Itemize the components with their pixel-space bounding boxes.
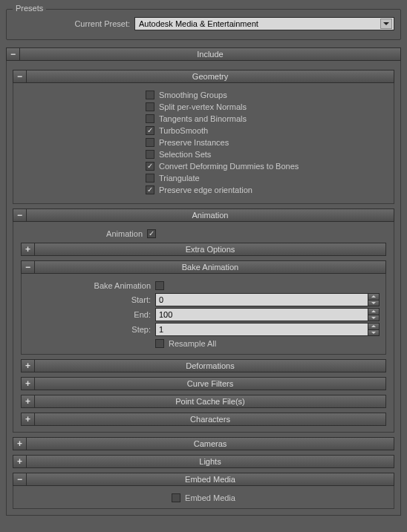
geometry-checkbox-label: Preserve edge orientation <box>159 185 253 194</box>
geometry-checkbox[interactable] <box>146 114 154 123</box>
resample-checkbox[interactable] <box>155 339 164 348</box>
start-spinner[interactable]: 0 <box>155 293 380 306</box>
presets-legend: Presets <box>13 4 46 13</box>
animation-checkbox[interactable] <box>147 229 156 238</box>
characters-title[interactable]: Characters <box>34 413 386 426</box>
embed-toggle[interactable]: − <box>13 473 26 486</box>
embed-body: Embed Media <box>13 486 394 509</box>
embed-media-label: Embed Media <box>185 493 235 502</box>
bake-animation-label: Bake Animation <box>27 281 155 290</box>
geometry-item: TurboSmooth <box>146 126 388 135</box>
extra-options-toggle[interactable]: + <box>21 243 34 256</box>
include-title[interactable]: Include <box>19 47 401 61</box>
geometry-title[interactable]: Geometry <box>26 70 394 83</box>
geometry-checkbox[interactable] <box>146 91 154 99</box>
current-preset-value: Autodesk Media & Entertainment <box>139 19 258 28</box>
lights-title[interactable]: Lights <box>26 455 394 468</box>
embed-title[interactable]: Embed Media <box>26 473 394 486</box>
embed-media-checkbox[interactable] <box>172 493 180 502</box>
geometry-checkbox[interactable] <box>146 126 154 135</box>
geometry-item: Selection Sets <box>146 150 388 159</box>
geometry-checkbox[interactable] <box>146 138 154 147</box>
geometry-item: Triangulate <box>146 174 388 183</box>
geometry-checkbox[interactable] <box>146 150 154 159</box>
end-input[interactable]: 100 <box>155 308 368 321</box>
step-spinner[interactable]: 1 <box>155 323 380 336</box>
geometry-item: Preserve edge orientation <box>146 185 388 194</box>
bake-animation-checkbox[interactable] <box>155 281 164 290</box>
cameras-toggle[interactable]: + <box>13 437 26 450</box>
geometry-checkbox-label: Tangents and Binormals <box>159 114 247 123</box>
step-up-icon[interactable] <box>368 324 379 330</box>
characters-toggle[interactable]: + <box>21 413 34 426</box>
deformations-title[interactable]: Deformations <box>34 359 386 372</box>
dropdown-arrow-icon[interactable] <box>380 19 392 29</box>
end-down-icon[interactable] <box>368 315 379 321</box>
geometry-toggle[interactable]: − <box>13 70 26 83</box>
step-down-icon[interactable] <box>368 330 379 336</box>
end-up-icon[interactable] <box>368 309 379 315</box>
bake-body: Bake Animation Start: 0 End: 100 <box>21 274 386 355</box>
presets-fieldset: Presets Current Preset: Autodesk Media &… <box>6 9 401 40</box>
current-preset-label: Current Preset: <box>13 19 134 28</box>
geometry-checkbox-label: Convert Deforming Dummies to Bones <box>159 162 299 171</box>
geometry-checkbox[interactable] <box>146 102 154 111</box>
extra-options-title[interactable]: Extra Options <box>34 243 386 256</box>
geometry-item: Preserve Instances <box>146 138 388 147</box>
start-input[interactable]: 0 <box>155 293 368 306</box>
geometry-checkbox[interactable] <box>146 162 154 171</box>
curve-filters-toggle[interactable]: + <box>21 377 34 390</box>
resample-label: Resample All <box>169 339 216 348</box>
point-cache-toggle[interactable]: + <box>21 395 34 408</box>
animation-title[interactable]: Animation <box>26 208 394 222</box>
bake-title[interactable]: Bake Animation <box>34 260 386 274</box>
include-body: − Geometry Smoothing GroupsSplit per-ver… <box>6 61 401 516</box>
end-label: End: <box>27 310 155 319</box>
animation-toggle[interactable]: − <box>13 208 26 222</box>
bake-toggle[interactable]: − <box>21 260 34 274</box>
geometry-checkbox-label: Selection Sets <box>159 150 211 159</box>
start-up-icon[interactable] <box>368 294 379 301</box>
curve-filters-title[interactable]: Curve Filters <box>34 377 386 390</box>
step-input[interactable]: 1 <box>155 323 368 336</box>
geometry-item: Split per-vertex Normals <box>146 102 388 111</box>
geometry-checkbox[interactable] <box>146 174 154 183</box>
deformations-toggle[interactable]: + <box>21 359 34 372</box>
include-toggle[interactable]: − <box>6 47 19 61</box>
geometry-item: Smoothing Groups <box>146 91 388 99</box>
geometry-checkbox-label: Triangulate <box>159 174 200 183</box>
step-label: Step: <box>27 325 155 334</box>
geometry-checkbox-label: Preserve Instances <box>159 138 229 147</box>
lights-toggle[interactable]: + <box>13 455 26 468</box>
geometry-checkbox-label: Smoothing Groups <box>159 91 227 99</box>
end-spinner[interactable]: 100 <box>155 308 380 321</box>
animation-checkbox-label: Animation <box>19 229 147 238</box>
geometry-checkbox-label: Split per-vertex Normals <box>159 102 247 111</box>
start-down-icon[interactable] <box>368 301 379 306</box>
geometry-item: Tangents and Binormals <box>146 114 388 123</box>
geometry-item: Convert Deforming Dummies to Bones <box>146 162 388 171</box>
start-label: Start: <box>27 295 155 304</box>
geometry-checkbox[interactable] <box>146 185 154 194</box>
geometry-checkbox-label: TurboSmooth <box>159 126 208 135</box>
point-cache-title[interactable]: Point Cache File(s) <box>34 395 386 408</box>
animation-body: Animation + Extra Options − Bake Animati… <box>13 222 394 433</box>
cameras-title[interactable]: Cameras <box>26 437 394 450</box>
geometry-body: Smoothing GroupsSplit per-vertex Normals… <box>13 83 394 204</box>
current-preset-dropdown[interactable]: Autodesk Media & Entertainment <box>134 17 394 30</box>
